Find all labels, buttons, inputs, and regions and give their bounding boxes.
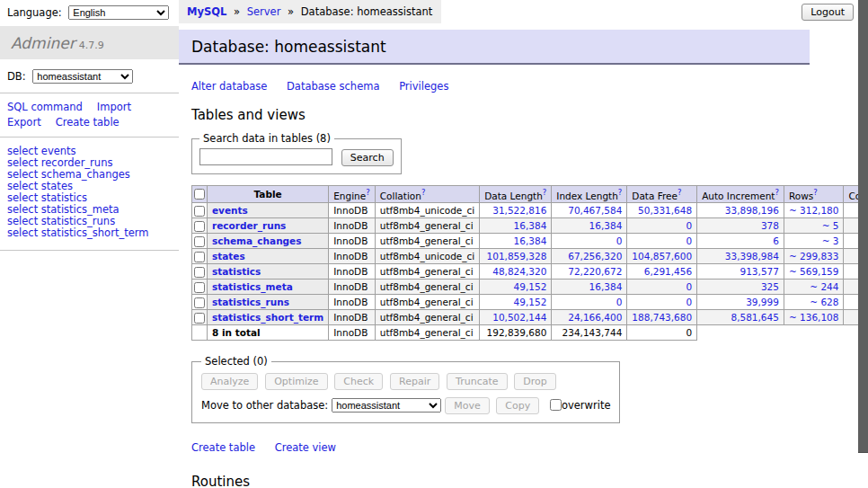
auto-increment-link[interactable]: 33,898,196 <box>702 205 779 216</box>
index-length-link[interactable]: 0 <box>556 297 622 307</box>
table-name-link[interactable]: statistics_short_term <box>212 312 323 323</box>
rows-count-link[interactable]: ~ 244 <box>789 281 839 292</box>
db-select[interactable]: homeassistant <box>32 69 133 84</box>
table-name-link[interactable]: recorder_runs <box>212 220 286 231</box>
help-icon[interactable]: ? <box>366 188 370 197</box>
select-all-checkbox[interactable] <box>194 189 205 200</box>
help-icon[interactable]: ? <box>678 188 682 197</box>
move-database-select[interactable]: homeassistant <box>332 398 441 413</box>
drop-button[interactable]: Drop <box>514 373 555 390</box>
row-checkbox[interactable] <box>194 297 205 308</box>
data-free-link[interactable]: 0 <box>632 297 692 307</box>
data-length-link[interactable]: 16,384 <box>484 220 546 231</box>
index-length-link[interactable]: 16,384 <box>556 220 622 231</box>
rows-count-link[interactable]: ~ 3 <box>789 235 839 246</box>
data-free-link[interactable]: 6,291,456 <box>632 266 692 277</box>
sidebar-link-import[interactable]: Import <box>97 101 131 113</box>
data-length-link[interactable]: 31,522,816 <box>484 205 546 216</box>
index-length-link[interactable]: 16,384 <box>556 281 622 292</box>
row-checkbox[interactable] <box>194 236 205 247</box>
help-icon[interactable]: ? <box>813 188 818 197</box>
auto-increment-link[interactable]: 33,398,984 <box>702 251 779 262</box>
truncate-button[interactable]: Truncate <box>447 373 507 390</box>
rows-count-link[interactable]: ~ 136,108 <box>789 312 839 323</box>
data-length-link[interactable]: 49,152 <box>484 281 546 292</box>
data-free-link[interactable]: 188,743,680 <box>632 312 692 323</box>
column-header-engine: Engine? <box>329 185 376 203</box>
sidebar-link-sql-command[interactable]: SQL command <box>7 101 83 113</box>
copy-button[interactable]: Copy <box>496 397 539 414</box>
table-name-link[interactable]: statistics_runs <box>212 297 289 307</box>
data-free-link[interactable]: 0 <box>632 220 692 231</box>
logout-button[interactable]: Logout <box>802 4 854 21</box>
help-icon[interactable]: ? <box>421 188 426 197</box>
auto-increment-link[interactable]: 39,999 <box>702 297 779 307</box>
index-length-link[interactable]: 70,467,584 <box>556 205 622 216</box>
move-button[interactable]: Move <box>445 397 490 414</box>
table-name-link[interactable]: statistics <box>212 266 261 277</box>
rows-count-link[interactable]: ~ 569,159 <box>789 266 839 277</box>
sidebar-link-export[interactable]: Export <box>7 116 41 129</box>
auto-increment-link[interactable]: 378 <box>702 220 779 231</box>
data-length-link[interactable]: 10,502,144 <box>484 312 546 323</box>
scrollbar-thumb[interactable] <box>858 0 868 453</box>
alter-database-link[interactable]: Alter database <box>191 80 267 93</box>
help-icon[interactable]: ? <box>775 188 779 197</box>
index-length-link[interactable]: 67,256,320 <box>556 251 622 262</box>
auto-increment-link[interactable]: 913,577 <box>702 266 779 277</box>
privileges-link[interactable]: Privileges <box>399 80 448 93</box>
row-checkbox[interactable] <box>194 267 205 278</box>
table-name-link[interactable]: schema_changes <box>212 235 302 246</box>
breadcrumb-mysql-link[interactable]: MySQL <box>187 5 226 18</box>
rows-count-link[interactable]: ~ 5 <box>789 220 839 231</box>
scrollbar[interactable] <box>858 0 868 488</box>
search-button[interactable]: Search <box>341 149 394 166</box>
collation-cell: utf8mb4_general_ci <box>375 218 479 234</box>
column-header-data-free: Data Free? <box>627 185 697 203</box>
repair-button[interactable]: Repair <box>390 373 439 390</box>
row-checkbox[interactable] <box>194 313 205 324</box>
overwrite-label[interactable]: overwrite <box>562 399 611 412</box>
data-free-link[interactable]: 0 <box>632 281 692 292</box>
rows-count-link[interactable]: ~ 312,180 <box>789 205 839 216</box>
index-length-link[interactable]: 24,166,400 <box>556 312 622 323</box>
table-row: statistics_short_term InnoDB utf8mb4_gen… <box>192 310 868 325</box>
optimize-button[interactable]: Optimize <box>265 373 327 390</box>
data-length-link[interactable]: 48,824,320 <box>484 266 546 277</box>
check-button[interactable]: Check <box>334 373 383 390</box>
row-checkbox[interactable] <box>194 282 205 293</box>
breadcrumb-server-link[interactable]: Server <box>247 5 281 18</box>
database-schema-link[interactable]: Database schema <box>287 80 379 93</box>
auto-increment-link[interactable]: 325 <box>702 281 779 292</box>
data-length-link[interactable]: 101,859,328 <box>484 251 546 262</box>
auto-increment-link[interactable]: 8,581,645 <box>702 312 779 323</box>
sidebar-item-select-statistics-short-term[interactable]: select statistics_short_term <box>7 227 172 239</box>
help-icon[interactable]: ? <box>618 188 623 197</box>
rows-count-link[interactable]: ~ 628 <box>789 297 839 307</box>
data-length-link[interactable]: 49,152 <box>484 297 546 307</box>
table-name-link[interactable]: events <box>212 205 248 216</box>
data-free-link[interactable]: 50,331,648 <box>632 205 692 216</box>
overwrite-checkbox[interactable] <box>550 399 562 411</box>
auto-increment-link[interactable]: 6 <box>702 235 779 246</box>
sidebar-link-create-table[interactable]: Create table <box>56 116 120 129</box>
table-name-link[interactable]: statistics_meta <box>212 281 293 292</box>
index-length-link[interactable]: 0 <box>556 235 622 246</box>
data-free-link[interactable]: 0 <box>632 235 692 246</box>
help-icon[interactable]: ? <box>543 188 547 197</box>
data-length-link[interactable]: 16,384 <box>484 235 546 246</box>
data-free-link[interactable]: 104,857,600 <box>632 251 692 262</box>
row-checkbox[interactable] <box>194 221 205 232</box>
index-length-link[interactable]: 72,220,672 <box>556 266 622 277</box>
table-total-row: 8 in total InnoDB utf8mb4_general_ci 192… <box>192 325 868 341</box>
create-view-link[interactable]: Create view <box>275 441 336 454</box>
rows-count-link[interactable]: ~ 299,833 <box>789 251 839 262</box>
row-checkbox[interactable] <box>194 206 205 217</box>
language-select[interactable]: English <box>68 5 169 20</box>
search-input[interactable] <box>199 148 332 165</box>
row-checkbox[interactable] <box>194 252 205 262</box>
app-title: Adminer <box>11 34 75 52</box>
create-table-link[interactable]: Create table <box>191 441 255 454</box>
analyze-button[interactable]: Analyze <box>201 373 258 390</box>
table-name-link[interactable]: states <box>212 251 245 262</box>
